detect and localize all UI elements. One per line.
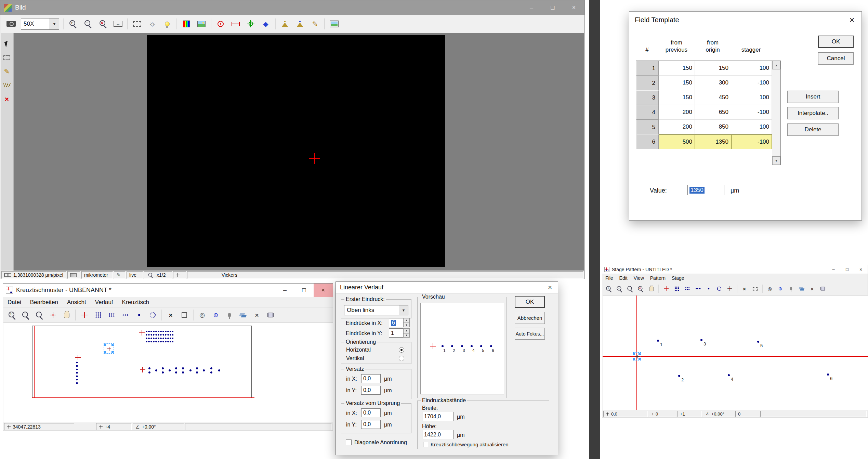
measure-length-button[interactable] bbox=[228, 17, 243, 31]
interpolate-button[interactable]: Interpolate.. bbox=[787, 107, 839, 119]
cell-stagger[interactable]: -100 bbox=[731, 105, 772, 120]
indent-dot[interactable] bbox=[210, 367, 212, 369]
magnification-dropdown-button[interactable]: ▼ bbox=[50, 18, 59, 29]
minimize-button[interactable]: – bbox=[275, 284, 294, 297]
live-image[interactable] bbox=[147, 35, 445, 267]
minimize-button[interactable]: – bbox=[521, 0, 542, 15]
align-crosshair-button[interactable] bbox=[243, 17, 258, 31]
cell-stagger[interactable]: -100 bbox=[731, 76, 772, 90]
stage-point[interactable] bbox=[757, 341, 759, 343]
pattern-grid-button[interactable] bbox=[91, 308, 105, 322]
cancel-button[interactable]: Cancel bbox=[818, 52, 854, 65]
indent-dot[interactable] bbox=[155, 369, 157, 371]
indent-dot[interactable] bbox=[210, 371, 212, 373]
dialog-titlebar[interactable]: Linearer Verlauf × bbox=[336, 282, 558, 293]
indent-dot[interactable] bbox=[203, 369, 205, 371]
pan-hand-button[interactable] bbox=[60, 308, 74, 322]
zoom-in-button[interactable]: + bbox=[604, 284, 614, 294]
ursprung-y-input[interactable]: 0,0 bbox=[361, 420, 381, 429]
menu-file[interactable]: File bbox=[602, 275, 616, 281]
close-button[interactable]: × bbox=[542, 282, 558, 293]
fit-width-button[interactable]: ↔ bbox=[110, 17, 126, 31]
snapshot-button[interactable] bbox=[327, 17, 342, 31]
delete-tool-button[interactable]: × bbox=[1, 92, 13, 106]
spin-down-button[interactable]: ▼ bbox=[403, 323, 410, 328]
pattern-circle-button[interactable] bbox=[146, 308, 160, 322]
cell-stagger[interactable]: -100 bbox=[731, 134, 772, 149]
maximize-button[interactable]: □ bbox=[294, 284, 314, 297]
crosshair-overlay-button[interactable]: ☼ bbox=[145, 17, 160, 31]
color-bars-button[interactable] bbox=[179, 17, 194, 31]
indent-dot[interactable] bbox=[182, 371, 184, 373]
auto-fokus-button[interactable]: Auto Fokus... bbox=[515, 328, 545, 340]
indent-dot[interactable] bbox=[189, 369, 192, 371]
zoom-reset-button[interactable]: × bbox=[95, 17, 110, 31]
spin-up-button[interactable]: ▲ bbox=[403, 318, 410, 323]
zoom-out-button[interactable]: − bbox=[614, 284, 625, 294]
cell-from-previous[interactable]: 200 bbox=[659, 105, 695, 120]
versatz-x-input[interactable]: 0,0 bbox=[361, 374, 381, 383]
probe-tool-button[interactable] bbox=[786, 284, 796, 294]
close-button[interactable]: × bbox=[854, 265, 868, 274]
pattern-target-button[interactable] bbox=[724, 284, 735, 294]
stage-point[interactable] bbox=[678, 375, 680, 377]
table-row[interactable]: 1150150100 bbox=[636, 61, 772, 76]
ok-button[interactable]: OK bbox=[818, 36, 854, 48]
cell-from-origin[interactable]: 300 bbox=[695, 76, 731, 90]
menu-datei[interactable]: Datei bbox=[3, 299, 26, 306]
scroll-down-button[interactable]: ▼ bbox=[772, 156, 780, 165]
indent-dot[interactable] bbox=[162, 367, 164, 369]
indent-dot[interactable] bbox=[148, 371, 150, 373]
scale-button[interactable] bbox=[277, 17, 292, 31]
scale-alt-button[interactable] bbox=[292, 17, 307, 31]
indents-x-spinner[interactable]: ▲ ▼ bbox=[403, 318, 410, 327]
pan-hand-button[interactable] bbox=[646, 284, 657, 294]
circle-tool-button[interactable]: ◎ bbox=[764, 284, 775, 294]
add-indent-button[interactable] bbox=[661, 284, 671, 294]
indent-dot[interactable] bbox=[175, 371, 177, 373]
hoehe-input[interactable]: 1422,0 bbox=[422, 430, 453, 439]
remove-tool-button[interactable]: × bbox=[250, 308, 264, 322]
zoom-fit-button[interactable]: × bbox=[635, 284, 646, 294]
indent-dot[interactable] bbox=[175, 367, 177, 369]
table-row[interactable]: 4200650-100 bbox=[636, 105, 772, 120]
menu-pattern[interactable]: Pattern bbox=[647, 275, 669, 281]
menu-view[interactable]: View bbox=[631, 275, 647, 281]
indent-dot[interactable] bbox=[148, 367, 150, 369]
indent-dot[interactable] bbox=[182, 367, 184, 369]
indents-x-input[interactable]: 6 bbox=[389, 318, 403, 327]
close-button[interactable]: × bbox=[563, 0, 584, 15]
cell-stagger[interactable]: 100 bbox=[731, 120, 772, 134]
stage-point[interactable] bbox=[700, 339, 702, 341]
table-row[interactable]: 5200850100 bbox=[636, 120, 772, 134]
magnification-select[interactable]: 50X ▼ bbox=[21, 18, 59, 30]
cell-from-previous[interactable]: 150 bbox=[659, 76, 695, 90]
center-cross-button[interactable] bbox=[46, 308, 60, 322]
pattern-row-button[interactable] bbox=[693, 284, 703, 294]
zoom-in-button[interactable]: + bbox=[65, 17, 80, 31]
measure-tool-button[interactable] bbox=[1, 78, 13, 92]
value-input[interactable]: 1350 bbox=[687, 185, 724, 195]
cell-from-previous[interactable]: 150 bbox=[659, 90, 695, 105]
indent-dot[interactable] bbox=[169, 369, 171, 371]
diagonal-checkbox[interactable] bbox=[346, 440, 352, 445]
menu-ansicht[interactable]: Ansicht bbox=[63, 299, 91, 306]
layers-button[interactable] bbox=[236, 308, 250, 322]
ursprung-x-input[interactable]: 0,0 bbox=[361, 408, 381, 417]
cell-from-previous[interactable]: 200 bbox=[659, 120, 695, 134]
cell-from-origin[interactable]: 450 bbox=[695, 90, 731, 105]
versatz-y-input[interactable]: 0,0 bbox=[361, 386, 381, 395]
cell-from-origin[interactable]: 150 bbox=[695, 61, 731, 76]
draw-tool-button[interactable]: ✎ bbox=[1, 65, 13, 78]
minimize-button[interactable]: – bbox=[827, 265, 840, 274]
indent-dot[interactable] bbox=[162, 371, 164, 373]
indent-column[interactable] bbox=[76, 361, 78, 384]
first-indent-select[interactable]: Oben links ▼ bbox=[344, 305, 408, 315]
stage-point[interactable] bbox=[728, 374, 730, 376]
color-image-button[interactable] bbox=[194, 17, 209, 31]
controller-button[interactable] bbox=[817, 284, 828, 294]
table-scrollbar[interactable]: ▲ ▼ bbox=[772, 61, 780, 165]
delete-button[interactable]: Delete bbox=[787, 123, 839, 136]
indent-dot[interactable] bbox=[196, 367, 198, 369]
layers-button[interactable] bbox=[796, 284, 807, 294]
